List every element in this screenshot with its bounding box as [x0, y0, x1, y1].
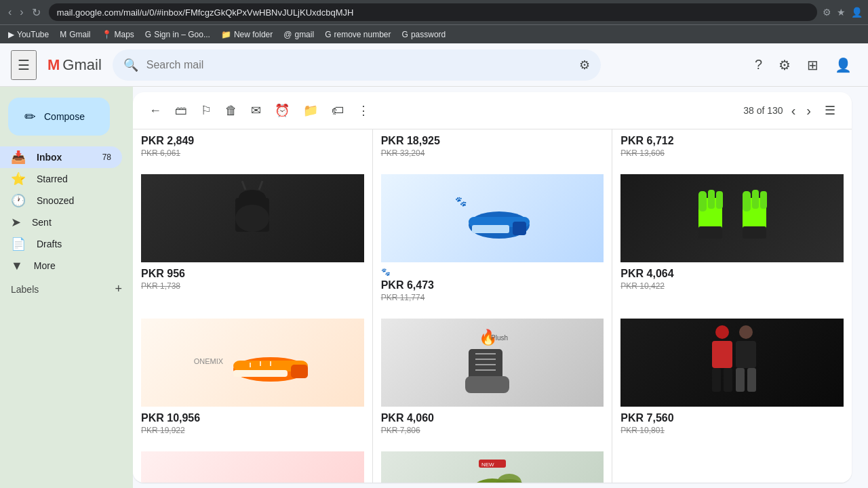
winter-boot-image-container: 🔥 Plush	[381, 319, 604, 407]
product-hats[interactable]: NEW	[373, 443, 612, 483]
bookmark-gmail2[interactable]: @ gmail	[283, 30, 314, 39]
svg-line-2	[242, 181, 245, 190]
header-icons: ? ⚙ ⊞ 👤	[749, 52, 857, 79]
snooze-button[interactable]: ⏰	[269, 98, 295, 123]
svg-rect-11	[698, 191, 707, 211]
apps-button[interactable]: ⊞	[802, 52, 824, 79]
winter-boot-image: 🔥 Plush	[381, 319, 604, 407]
product-soccer-shoe[interactable]: 🐾 🐾 PKR 6,473 PKR 11,774	[373, 166, 612, 310]
bookmark-removenumber[interactable]: G remove number	[325, 30, 391, 39]
starred-label: Starred	[37, 174, 68, 184]
svg-rect-23	[233, 370, 288, 377]
sidebar-item-inbox[interactable]: 📥 Inbox 78	[0, 146, 122, 168]
inbox-label: Inbox	[37, 152, 62, 163]
sidebar-item-more[interactable]: ▼ More	[0, 255, 122, 277]
svg-point-4	[235, 205, 269, 232]
refresh-button[interactable]: ↻	[29, 3, 43, 22]
bookmark-signin[interactable]: G Sign in – Goo...	[145, 30, 210, 39]
red-shoe-image-container: ONEMIX	[141, 451, 364, 483]
sidebar: ✏ Compose 📥 Inbox 78 ⭐ Starred 🕐 Snoozed…	[0, 87, 133, 488]
sidebar-item-snoozed[interactable]: 🕐 Snoozed	[0, 190, 122, 211]
search-bar[interactable]: 🔍 ⚙	[113, 49, 601, 81]
svg-rect-18	[698, 226, 722, 239]
top-price-cell-1[interactable]: PKR 2,849 PKR 6,061	[133, 129, 372, 166]
svg-rect-16	[752, 190, 759, 209]
mark-unread-button[interactable]: ✉	[245, 98, 267, 123]
svg-text:Plush: Plush	[491, 334, 508, 342]
inbox-icon: 📥	[11, 150, 26, 165]
svg-rect-30	[465, 376, 509, 393]
back-button[interactable]: ‹	[5, 3, 14, 22]
gmail-logo-text: Gmail	[62, 56, 101, 74]
top-price-current-2: PKR 18,925	[381, 135, 604, 147]
svg-rect-38	[724, 368, 732, 392]
next-page-button[interactable]: ›	[804, 100, 814, 121]
labels-header: Labels +	[0, 277, 133, 302]
winter-boot-orig-price: PKR 7,806	[381, 426, 604, 435]
sports-bra-image	[141, 174, 364, 262]
profile-icon: 👤	[851, 7, 863, 18]
starred-icon: ⭐	[11, 171, 26, 186]
gmail-header: ☰ M Gmail 🔍 ⚙ ? ⚙ ⊞ 👤	[0, 43, 868, 87]
label-button[interactable]: 🏷	[326, 98, 349, 123]
bookmark-password[interactable]: G password	[402, 30, 446, 39]
sports-bra-image-container	[141, 174, 364, 262]
snoozed-icon: 🕐	[11, 193, 26, 208]
prev-page-button[interactable]: ‹	[789, 100, 799, 121]
back-toolbar-button[interactable]: ←	[144, 98, 167, 123]
right-panel	[857, 87, 868, 488]
help-button[interactable]: ?	[749, 52, 768, 78]
delete-button[interactable]: 🗑	[220, 98, 243, 123]
svg-line-3	[259, 181, 262, 190]
top-price-row: PKR 2,849 PKR 6,061 PKR 18,925 PKR 33,20…	[133, 129, 852, 166]
top-price-current-1: PKR 2,849	[141, 135, 364, 147]
sidebar-item-starred[interactable]: ⭐ Starred	[0, 168, 122, 190]
svg-rect-12	[708, 190, 715, 209]
bookmark-youtube[interactable]: ▶ YouTube	[8, 30, 49, 39]
sidebar-item-sent[interactable]: ➤ Sent	[0, 211, 122, 233]
extension-icon-2: ★	[837, 7, 846, 18]
tracksuit-orig-price: PKR 10,801	[620, 426, 844, 435]
gloves-image-container	[620, 174, 844, 262]
svg-rect-40	[736, 341, 756, 368]
product-gloves[interactable]: PKR 4,064 PKR 10,422	[612, 166, 852, 310]
email-content: ← 🗃 ⚐ 🗑 ✉ ⏰ 📁 🏷 ⋮ 38 of 130 ‹ › ☰	[133, 92, 852, 483]
settings-button[interactable]: ⚙	[773, 52, 796, 79]
search-input[interactable]	[146, 59, 571, 71]
forward-button[interactable]: ›	[17, 3, 26, 22]
drafts-label: Drafts	[37, 239, 62, 249]
svg-rect-37	[712, 368, 721, 392]
report-spam-button[interactable]: ⚐	[195, 98, 217, 123]
compose-button[interactable]: ✏ Compose	[8, 98, 110, 136]
top-price-cell-3[interactable]: PKR 6,712 PKR 13,606	[612, 129, 852, 166]
svg-rect-17	[760, 191, 767, 209]
orange-shoe-orig-price: PKR 19,922	[141, 426, 364, 435]
profile-button[interactable]: 👤	[829, 52, 857, 79]
hamburger-menu[interactable]: ☰	[11, 50, 37, 80]
bookmark-gmail[interactable]: M Gmail	[60, 30, 90, 39]
more-options-button[interactable]: ⋮	[352, 98, 375, 123]
svg-rect-42	[747, 368, 756, 392]
labels-add-icon[interactable]: +	[115, 282, 122, 296]
address-bar[interactable]: mail.google.com/mail/u/0/#inbox/FMfcgzGk…	[49, 3, 817, 21]
archive-button[interactable]: 🗃	[170, 98, 193, 123]
move-to-button[interactable]: 📁	[298, 98, 323, 123]
extension-icon-1: ⚙	[823, 7, 831, 18]
search-filter-icon[interactable]: ⚙	[579, 58, 590, 73]
product-sports-bra[interactable]: PKR 956 PKR 1,738	[133, 166, 372, 310]
compose-plus-icon: ✏	[24, 108, 36, 125]
product-winter-boot[interactable]: 🔥 Plush	[373, 310, 612, 443]
top-price-cell-2[interactable]: PKR 18,925 PKR 33,204	[373, 129, 612, 166]
onemix-brand-row3-1: ONEMIX	[194, 357, 223, 365]
nav-buttons[interactable]: ‹ › ↻	[5, 3, 43, 22]
product-tracksuit[interactable]: PKR 7,560 PKR 10,801	[612, 310, 852, 443]
view-toggle-button[interactable]: ☰	[819, 98, 841, 123]
product-orange-shoe[interactable]: ONEMIX	[133, 310, 372, 443]
orange-shoe-image: ONEMIX	[141, 319, 364, 407]
bookmark-maps[interactable]: 📍 Maps	[102, 30, 134, 39]
tracksuit-image	[620, 319, 844, 407]
sidebar-item-drafts[interactable]: 📄 Drafts	[0, 233, 122, 255]
bookmark-newfolder[interactable]: 📁 New folder	[221, 30, 273, 39]
email-toolbar: ← 🗃 ⚐ 🗑 ✉ ⏰ 📁 🏷 ⋮ 38 of 130 ‹ › ☰	[133, 92, 852, 129]
product-red-shoe[interactable]: ONEMIX	[133, 443, 372, 483]
